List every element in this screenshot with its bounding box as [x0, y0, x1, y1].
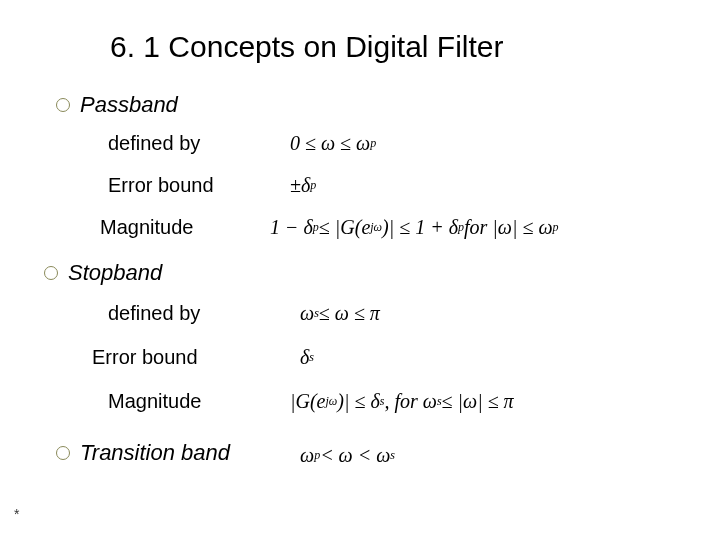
transition-math: ωp < ω < ωs — [300, 444, 395, 467]
stopband-mag-label: Magnitude — [108, 390, 201, 413]
math-text: ω — [300, 444, 314, 467]
transition-heading: Transition band — [80, 440, 230, 466]
math-text: ≤ ω ≤ π — [319, 302, 380, 325]
label-text: Magnitude — [100, 216, 193, 239]
math-text: δ — [300, 346, 309, 369]
passband-error-math: ±δp — [290, 174, 316, 197]
passband-error-label: Error bound — [108, 174, 214, 197]
stopband-mag-math: |G(ejω)| ≤ δs, for ωs ≤ |ω| ≤ π — [290, 390, 514, 413]
math-text: )| ≤ δ — [337, 390, 379, 413]
math-sub: p — [310, 178, 316, 193]
footnote-asterisk: * — [14, 506, 19, 522]
passband-defined-math: 0 ≤ ω ≤ ωp — [290, 132, 376, 155]
math-text: ≤ |ω| ≤ π — [442, 390, 514, 413]
passband-mag-math: 1 − δp ≤ |G(ejω)| ≤ 1 + δp for |ω| ≤ ωp — [270, 216, 559, 239]
math-sub: s — [309, 350, 314, 365]
math-sup: jω — [370, 220, 382, 235]
label-text: Error bound — [108, 174, 214, 197]
bullet-icon — [56, 98, 70, 112]
math-text: for |ω| ≤ ω — [464, 216, 553, 239]
passband-heading: Passband — [80, 92, 178, 118]
label-text: Magnitude — [108, 390, 201, 413]
math-sup: jω — [325, 394, 337, 409]
label-text: Error bound — [92, 346, 198, 369]
transition-heading-row: Transition band — [56, 440, 230, 466]
math-text: 1 − δ — [270, 216, 313, 239]
label-text: defined by — [108, 302, 200, 325]
passband-heading-row: Passband — [56, 92, 178, 118]
stopband-error-math: δs — [300, 346, 314, 369]
math-text: , for ω — [384, 390, 436, 413]
math-sub: p — [370, 136, 376, 151]
math-text: )| ≤ 1 + δ — [382, 216, 458, 239]
slide: 6. 1 Concepts on Digital Filter Passband… — [0, 0, 720, 540]
slide-title: 6. 1 Concepts on Digital Filter — [110, 30, 504, 64]
math-text: ≤ |G(e — [319, 216, 370, 239]
math-text: ω — [300, 302, 314, 325]
math-text: ±δ — [290, 174, 310, 197]
bullet-icon — [44, 266, 58, 280]
stopband-defined-math: ωs ≤ ω ≤ π — [300, 302, 380, 325]
bullet-icon — [56, 446, 70, 460]
stopband-error-label: Error bound — [92, 346, 198, 369]
math-text: |G(e — [290, 390, 325, 413]
stopband-heading: Stopband — [68, 260, 162, 286]
math-text: < ω < ω — [320, 444, 390, 467]
passband-mag-label: Magnitude — [100, 216, 193, 239]
stopband-defined-label: defined by — [108, 302, 200, 325]
math-sub: p — [553, 220, 559, 235]
math-sub: s — [390, 448, 395, 463]
passband-defined-label: defined by — [108, 132, 200, 155]
stopband-heading-row: Stopband — [44, 260, 162, 286]
math-text: 0 ≤ ω ≤ ω — [290, 132, 370, 155]
label-text: defined by — [108, 132, 200, 155]
